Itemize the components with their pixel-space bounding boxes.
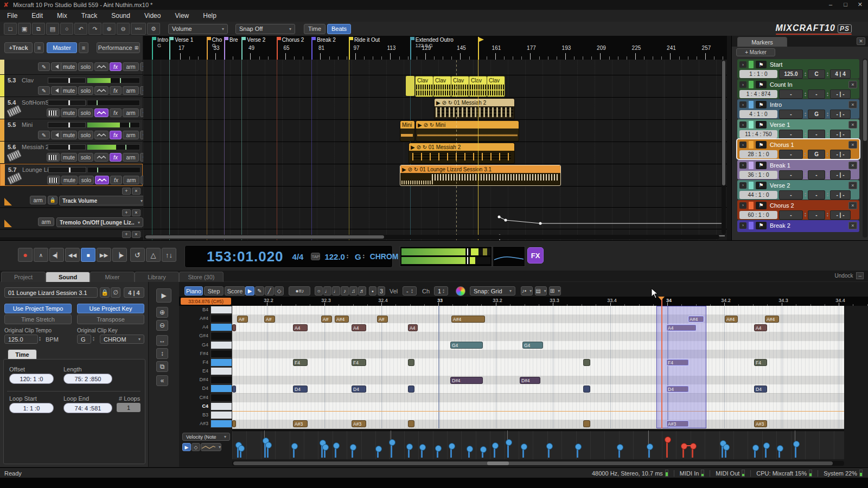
midi-note-as3[interactable]: A#3 (666, 420, 689, 427)
use-project-key-button[interactable]: Use Project Key (77, 304, 144, 313)
timeline-marker-label[interactable]: Verse 1 (175, 37, 193, 43)
arm-button[interactable]: arm (123, 62, 139, 71)
pianoroll-hscrollbar[interactable] (232, 461, 844, 466)
transport-scale[interactable]: CHROM (370, 252, 399, 261)
marker-time-field[interactable]: 36 : 1 : 0 (739, 171, 777, 179)
marker-expand-button[interactable]: › (739, 162, 746, 169)
automation-button[interactable] (94, 108, 108, 117)
arm-button[interactable]: arm (123, 131, 139, 139)
piano-key-cs4[interactable] (210, 394, 232, 402)
marker-tempo-field[interactable]: - (779, 170, 803, 179)
piano-key-ds4[interactable] (210, 376, 232, 384)
midi-note-as4[interactable]: A#4 (725, 316, 738, 323)
velocity-stem[interactable] (335, 445, 336, 458)
track-name[interactable]: Mini (22, 121, 33, 128)
maximize-button[interactable]: □ (844, 1, 847, 8)
mute-button[interactable]: mute (61, 153, 77, 162)
note-color-wheel-icon[interactable] (456, 286, 465, 296)
marker-sig-field[interactable]: - | - (830, 190, 851, 200)
arm-button[interactable]: arm (123, 176, 139, 184)
time-mode-button[interactable]: Time (304, 24, 326, 34)
solo-button[interactable]: solo (79, 176, 94, 184)
marker-color-swatch[interactable] (749, 61, 754, 68)
clip-messiah2-a[interactable]: ▶ ⊘ ↻ 01 Messiah 2 (434, 98, 515, 119)
lane-close-button[interactable]: × (132, 188, 141, 195)
marker-row-count-in[interactable]: ›⚑Count In×1 : 4 : 874-▴▾-▴▾- | - (737, 79, 859, 99)
note-duration-icon[interactable]: ○ (315, 286, 323, 296)
lane-arm-button[interactable]: arm (30, 196, 46, 204)
clip-lock-icon[interactable]: 🔒 (100, 287, 110, 298)
midi-note-as[interactable]: A# (321, 316, 332, 323)
tempo-map-button[interactable]: ↑↓ (162, 248, 176, 262)
arrange-vscrollbar[interactable] (722, 61, 726, 234)
midi-note[interactable] (583, 386, 590, 393)
arm-button[interactable]: arm (123, 153, 139, 162)
redo-icon[interactable]: ↷ (88, 23, 101, 35)
midi-note-as[interactable]: A# (237, 316, 248, 323)
marker-delete-icon[interactable]: × (848, 222, 857, 229)
clip-name-field[interactable]: 01 Lounge Lizard Session 3.1 (4, 287, 98, 298)
import-icon[interactable]: ⧉ (32, 23, 45, 35)
time-section-tab[interactable]: Time (8, 349, 37, 359)
marker-expand-button[interactable]: › (739, 222, 746, 229)
velocity-stem[interactable] (494, 445, 495, 458)
beats-mode-button[interactable]: Beats (327, 24, 351, 34)
midi-note-as[interactable]: A# (264, 316, 275, 323)
marker-flag-icon[interactable]: ⚑ (756, 162, 767, 169)
menu-mix[interactable]: Mix (50, 10, 74, 22)
arm-button[interactable]: arm (123, 108, 139, 117)
marker-tempo-field[interactable]: - (779, 150, 803, 159)
markers-scrollbar[interactable] (863, 59, 867, 237)
undo-icon[interactable]: ↶ (74, 23, 87, 35)
velocity-stem[interactable] (482, 448, 483, 458)
piano-key-b3[interactable] (210, 411, 232, 419)
timeline-marker-label[interactable]: Intro (157, 37, 168, 43)
markers-close-icon[interactable]: ✕ (857, 37, 865, 45)
velocity-stem[interactable] (391, 441, 392, 458)
midi-note-as4[interactable]: A#4 (688, 316, 704, 323)
midi-note-d4[interactable]: D4 (754, 386, 767, 393)
clip-messiah2-b[interactable]: ▶ ⊘ ↻ 01 Messiah 2 (409, 143, 515, 164)
loop-end-field[interactable]: 74: 4 :581 (63, 403, 112, 413)
marker-delete-icon[interactable]: × (848, 81, 857, 88)
midi-note-as3[interactable]: A#3 (293, 420, 308, 427)
marker-key-field[interactable]: - (808, 190, 825, 200)
save-icon[interactable]: ▤ (46, 23, 59, 35)
lane-arm-button[interactable]: arm (38, 217, 54, 226)
layers-icon[interactable]: ▤▾ (535, 286, 547, 296)
midi-note-d4[interactable]: D4 (666, 386, 689, 393)
velocity-stem[interactable] (795, 443, 796, 458)
fx-button[interactable]: fx (110, 108, 122, 117)
midi-icon[interactable]: MIDI (131, 23, 146, 35)
midi-note-f4[interactable]: F4 (666, 359, 689, 366)
piano-key-e4[interactable] (210, 367, 232, 375)
transport-key[interactable]: G (355, 252, 361, 261)
note-duration-icon[interactable]: ♩ (323, 286, 331, 296)
midi-note-f4[interactable]: F4 (754, 359, 767, 366)
velocity-stem[interactable] (522, 446, 524, 458)
marker-key-field[interactable]: - (808, 89, 825, 99)
v-zoom-icon[interactable]: ↕ (156, 348, 168, 359)
menu-help[interactable]: Help (196, 10, 224, 22)
pencil-icon[interactable]: ✎ (38, 86, 50, 95)
midi-note-g4[interactable]: G4 (522, 342, 543, 349)
vel-field[interactable]: -▴▾ (403, 286, 417, 296)
burn-icon[interactable]: ○ (60, 23, 73, 35)
orig-scale-dropdown[interactable]: CHROM▾ (100, 335, 144, 344)
pianoroll-tab-score[interactable]: Score (225, 286, 245, 296)
velocity-stem[interactable] (692, 445, 693, 458)
marker-color-swatch[interactable] (749, 81, 754, 88)
keyboard-icon[interactable] (47, 176, 60, 184)
midi-note[interactable] (232, 324, 236, 331)
midi-note-as3[interactable]: A#3 (754, 420, 767, 427)
stop-button[interactable]: ■ (81, 248, 95, 262)
velocity-stem[interactable] (324, 446, 326, 458)
time-stretch-button[interactable]: Time Stretch (4, 314, 72, 324)
marker-sig-field[interactable]: - | - (830, 130, 851, 139)
marker-flag-icon[interactable]: ⚑ (756, 182, 767, 189)
automation-button[interactable] (94, 153, 108, 162)
record-button[interactable]: ● (18, 248, 33, 262)
midi-note-d4[interactable]: D4 (352, 386, 366, 393)
menu-view[interactable]: View (168, 10, 196, 22)
offset-field[interactable]: 120: 1 :0 (9, 374, 54, 384)
